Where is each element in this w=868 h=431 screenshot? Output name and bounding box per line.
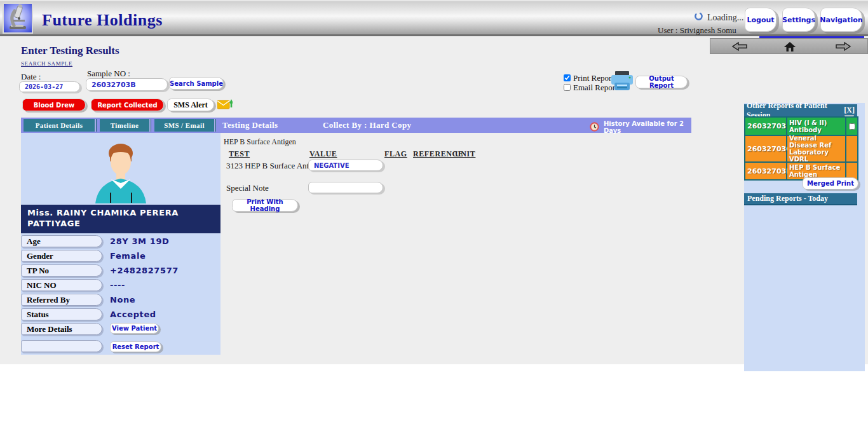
navigation-button[interactable]: Navigation [820,8,862,32]
patient-row-moredetails: More Details View Patient [21,323,220,338]
special-note-label: Special Note [226,183,269,193]
age-value: 28Y 3M 19D [110,236,169,246]
app-header: Future Holdings Loading... User : Srivig… [0,0,868,36]
close-panel-button[interactable]: [X] [844,106,855,115]
loading-indicator: Loading... [694,11,743,24]
other-reports-panel: Other Reports of Patient Session [X] 260… [744,103,865,371]
other-reports-table: 26032703 HIV (I & II) Antibody 26032703C… [744,116,858,181]
testing-details-heading: Testing Details [222,120,278,130]
report-output-options: Print Report Email Report [564,73,618,92]
loading-label: Loading... [707,13,743,23]
referredby-value: None [110,295,135,304]
nicno-label: NIC NO [21,279,102,291]
report-row-id[interactable]: 26032703 [745,118,786,135]
report-collected-button[interactable]: Report Collected [91,99,164,111]
logout-button[interactable]: Logout [745,8,776,32]
history-note-label: History Available for 2 Days [604,120,691,134]
patient-row-gender: Gender Female [21,250,220,264]
history-nav-bar [710,38,868,54]
date-input[interactable] [19,81,80,92]
print-report-option[interactable]: Print Report [564,73,618,83]
pending-reports-header: Pending Reports - Today [744,193,857,205]
tab-timeline[interactable]: Timeline [100,119,151,132]
column-header-test: TEST [229,149,250,159]
nicno-value: ---- [110,280,125,290]
column-header-unit: UNIT [455,149,475,159]
report-row-checkbox-cell [846,136,857,161]
more-details-label: More Details [21,323,102,335]
printer-icon[interactable] [611,71,634,93]
patient-row-nicno: NIC NO ---- [21,279,220,294]
page-title: Enter Testing Results [21,44,119,57]
patient-row-status: Status Accepted [21,308,220,323]
merged-print-button[interactable]: Merged Print [803,177,858,189]
report-select-checkbox[interactable] [849,123,855,130]
screen: Future Holdings Loading... User : Srivig… [0,0,868,431]
print-with-heading-button[interactable]: Print With Heading [232,199,298,212]
back-arrow-icon[interactable] [731,41,748,54]
spinner-icon [694,11,703,24]
gender-value: Female [110,251,146,261]
mail-icon[interactable] [217,98,233,113]
blood-drew-button[interactable]: Blood Drew [22,99,86,111]
patient-row-tpno: TP No +2482827577 [21,264,220,279]
report-row-name[interactable]: Veneral Disease Ref Laboratory VDRL [787,136,845,161]
details-tab-bar: Patient Details Timeline SMS / Email Tes… [21,118,691,133]
patient-row-age: Age 28Y 3M 19D [21,235,220,250]
age-label: Age [21,235,102,247]
gender-label: Gender [21,250,102,262]
microscope-icon [5,4,31,33]
status-value: Accepted [110,310,156,319]
app-logo [3,3,33,34]
app-title: Future Holdings [42,11,163,30]
view-patient-button[interactable]: View Patient [110,323,159,334]
reset-report-button[interactable]: Reset Report [110,341,161,352]
report-row-id[interactable]: 26032703C [745,136,786,161]
test-result-input[interactable] [308,160,383,171]
tpno-label: TP No [21,264,102,277]
tpno-value: +2482827577 [110,266,179,275]
column-header-value: VALUE [309,149,337,159]
report-row-name[interactable]: HIV (I & II) Antibody [787,118,845,135]
patient-name: Miss. RAINY CHAMIKA PERERA PATTIYAGE [21,205,220,233]
patient-detail-rows: Age 28Y 3M 19D Gender Female TP No +2482… [21,235,220,355]
report-row-id[interactable]: 26032703B [745,163,786,179]
history-availability: History Available for 2 Days [590,120,691,134]
forward-arrow-icon[interactable] [835,41,851,54]
column-header-flag: FLAG [384,149,407,159]
search-sample-button[interactable]: Search Sample [169,77,224,90]
special-note-input[interactable] [308,182,383,193]
empty-pill-label [21,340,102,352]
email-report-option[interactable]: Email Report [564,83,618,92]
email-report-checkbox[interactable] [564,84,571,91]
sample-no-input[interactable] [86,78,168,91]
date-label: Date : [21,72,41,82]
other-reports-header: Other Reports of Patient Session [X] [744,104,857,116]
tab-patient-details[interactable]: Patient Details [24,119,96,132]
output-report-button[interactable]: Output Report [635,76,688,88]
collect-by-label: Collect By : Hard Copy [323,120,412,130]
logged-in-user: User : Srivignesh Somu [658,25,736,36]
patient-row-referredby: Referred By None [21,294,220,308]
test-group-title: HEP B Surface Antigen [224,137,296,147]
status-label: Status [21,308,102,320]
referredby-label: Referred By [21,294,102,306]
patient-row-reset: Reset Report [21,340,220,355]
report-row-checkbox-cell [846,118,857,135]
home-icon[interactable] [783,41,796,55]
search-sample-link[interactable]: SEARCH SAMPLE [21,60,72,67]
patient-avatar [83,137,159,206]
sms-alert-button[interactable]: SMS Alert [167,99,214,111]
tab-sms-email[interactable]: SMS / Email [154,119,215,132]
patient-details-panel: Miss. RAINY CHAMIKA PERERA PATTIYAGE Age… [21,133,220,355]
clock-icon [590,122,599,133]
print-report-label: Print Report [573,73,614,83]
sample-no-label: Sample NO : [87,69,130,79]
settings-button[interactable]: Settings [782,8,815,32]
print-report-checkbox[interactable] [564,74,571,81]
